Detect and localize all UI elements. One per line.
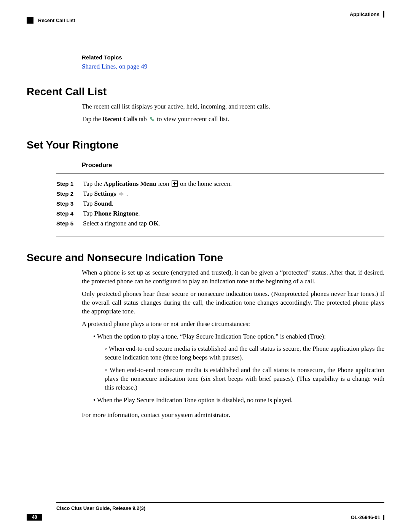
procedure-heading: Procedure xyxy=(82,162,384,169)
procedure-divider-top xyxy=(56,173,384,174)
secure-p2: Only protected phones hear these secure … xyxy=(82,290,384,316)
step-label: Step 4 xyxy=(56,210,83,217)
footer-divider-icon xyxy=(383,515,384,520)
header-square-icon xyxy=(27,17,33,24)
secure-bullet-1b: When end-to-end nonsecure media is estab… xyxy=(105,366,384,392)
secure-bullet-1a: When end-to-end secure media is establis… xyxy=(105,345,384,362)
footer-page-number: 48 xyxy=(27,514,42,521)
section-title-secure-tone: Secure and Nonsecure Indication Tone xyxy=(27,252,384,264)
secure-p3: A protected phone plays a tone or not un… xyxy=(82,320,384,329)
step-label: Step 3 xyxy=(56,200,83,207)
step-text: Tap Phone Ringtone. xyxy=(83,210,384,217)
step-text: Select a ringtone and tap OK. xyxy=(83,220,384,227)
step-label: Step 5 xyxy=(56,220,83,227)
section-title-set-ringtone: Set Your Ringtone xyxy=(27,139,384,151)
procedure-step: Step 4 Tap Phone Ringtone. xyxy=(56,210,384,217)
step-label: Step 1 xyxy=(56,181,83,187)
secure-bullet-2: When the Play Secure Indication Tone opt… xyxy=(93,396,384,405)
step-label: Step 2 xyxy=(56,190,83,197)
procedure-step: Step 5 Select a ringtone and tap OK. xyxy=(56,220,384,227)
related-topics-heading: Related Topics xyxy=(82,54,384,61)
header-section-label: Recent Call List xyxy=(38,18,75,23)
step-text: Tap the Applications Menu icon on the ho… xyxy=(83,180,384,188)
procedure-divider-bottom xyxy=(56,236,384,236)
recent-call-list-p1: The recent call list displays your activ… xyxy=(82,102,384,111)
settings-gear-icon xyxy=(118,191,124,196)
footer-doc-title: Cisco Cius User Guide, Release 9.2(3) xyxy=(56,505,145,511)
header-chapter-label: Applications xyxy=(350,11,379,17)
related-topic-link[interactable]: Shared Lines, on page 49 xyxy=(82,63,384,70)
footer-doc-id: OL-26946-01 xyxy=(351,514,380,520)
secure-bullet-1: When the option to play a tone, “Play Se… xyxy=(93,332,384,341)
procedure-step: Step 1 Tap the Applications Menu icon on… xyxy=(56,180,384,188)
secure-p1: When a phone is set up as secure (encryp… xyxy=(82,268,384,286)
header-divider-icon xyxy=(383,11,384,18)
apps-menu-icon xyxy=(172,181,178,187)
secure-p4: For more information, contact your syste… xyxy=(82,411,384,420)
procedure-step: Step 2 Tap Settings . xyxy=(56,190,384,198)
phone-tab-icon xyxy=(149,116,155,121)
recent-call-list-p2: Tap the Recent Calls tab to view your re… xyxy=(82,115,384,124)
step-text: Tap Settings . xyxy=(83,190,384,198)
step-text: Tap Sound. xyxy=(83,200,384,208)
section-title-recent-call-list: Recent Call List xyxy=(27,86,384,98)
procedure-step: Step 3 Tap Sound. xyxy=(56,200,384,208)
